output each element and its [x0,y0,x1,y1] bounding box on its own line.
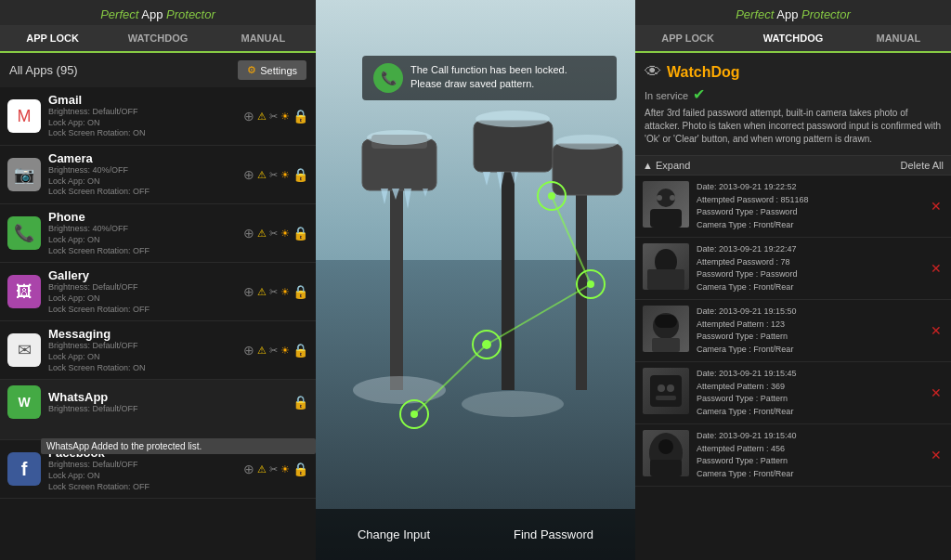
svg-rect-29 [647,269,684,290]
list-item: M Gmail Brightness: Default/OFFLock App:… [0,87,316,146]
tab-watchdog[interactable]: WATCHDOG [105,25,210,51]
tab-manual[interactable]: MANUAL [211,25,316,51]
svg-point-26 [657,195,662,201]
fingerprint-icon: ⊕ [243,109,254,124]
gmail-icon: M [7,99,41,133]
entry-attempted: Attempted Password : 851168 [697,194,921,207]
delete-all-button[interactable]: Delete All [901,160,944,171]
app-info: Camera Brightness: 40%/OFFLock App: ONLo… [48,151,243,198]
tab-manual-p3[interactable]: MANUAL [846,25,951,51]
app-title: Perfect App Protector [9,7,306,21]
tools-icon: ✂ [269,345,278,357]
app-controls: ⊕ ⚠ ✂ ☀ 🔒 [243,226,308,241]
notification-text: The Call function has been locked. Pleas… [410,63,567,92]
tabs-panel1: APP LOCK WATCHDOG MANUAL [0,25,316,53]
panel-watchdog: Perfect App Protector APP LOCK WATCHDOG … [635,0,951,560]
lock-icon: 🔒 [293,284,308,299]
change-input-button[interactable]: Change Input [358,527,430,541]
settings-label: Settings [260,65,297,76]
watchdog-title-row: 👁 WatchDog [645,62,942,82]
call-icon: 📞 [373,63,403,93]
list-item: W WhatsApp Brightness: Default/OFF 🔒 Wha… [0,380,316,440]
watchdog-entry: Date: 2013-09-21 19:22:52 Attempted Pass… [635,176,951,238]
entry-attempted: Attempted Pattern : 369 [697,381,921,394]
svg-rect-32 [655,315,677,328]
delete-entry-button[interactable]: ✕ [929,448,944,462]
lock-bottom-bar: Change Input Find Password [316,509,635,560]
svg-line-22 [487,284,591,345]
list-item: 🖼 Gallery Brightness: Default/OFFLock Ap… [0,263,316,321]
app-detail: Brightness: 40%/OFFLock App: ONLock Scre… [48,165,243,198]
phone-icon: 📞 [7,216,41,250]
delete-entry-button[interactable]: ✕ [929,261,944,276]
notif-line1: The Call function has been locked. [410,64,567,75]
title-protector: Protector [166,7,215,21]
find-password-button[interactable]: Find Password [514,527,593,541]
app-name: Phone [48,210,243,224]
sun-icon: ☀ [280,345,290,357]
watchdog-description: After 3rd failed password attempt, built… [645,103,942,150]
app-detail: Brightness: Default/OFFLock App: ONLock … [48,341,243,373]
entry-details: Date: 2013-09-21 19:22:52 Attempted Pass… [697,181,921,231]
entry-type: Password Type : Pattern [697,455,921,468]
sun-icon: ☀ [280,286,290,298]
app-name: Gallery [48,268,243,282]
svg-point-35 [667,384,674,392]
app-controls: ⊕ ⚠ ✂ ☀ 🔒 [243,462,308,476]
lock-notification: 📞 The Call function has been locked. Ple… [362,56,617,100]
notif-line2: Please draw saved pattern. [410,78,534,89]
check-icon: ✔ [693,86,705,102]
watchdog-entry: Date: 2013-09-21 19:15:45 Attempted Patt… [635,362,951,424]
entry-camera: Camera Type : Front/Rear [697,406,921,419]
app-header: Perfect App Protector [0,0,316,25]
lock-icon: 🔒 [293,109,308,124]
entry-type: Password Type : Pattern [697,393,921,406]
watchdog-list: Date: 2013-09-21 19:22:52 Attempted Pass… [635,176,951,560]
gallery-icon: 🖼 [7,275,41,308]
warning-icon: ⚠ [257,345,267,357]
entry-details: Date: 2013-09-21 19:15:40 Attempted Patt… [697,430,921,480]
watchdog-entry: Date: 2013-09-21 19:22:47 Attempted Pass… [635,238,951,300]
app-controls: ⊕ ⚠ ✂ ☀ 🔒 [243,109,308,124]
intruder-photo [643,243,689,290]
warning-icon: ⚠ [257,111,267,123]
tab-applock[interactable]: APP LOCK [0,25,105,53]
app-header-watchdog: Perfect App Protector [635,0,951,25]
app-info: Gmail Brightness: Default/OFFLock App: O… [48,93,243,139]
app-name: Camera [48,151,243,165]
app-list: M Gmail Brightness: Default/OFFLock App:… [0,87,316,560]
entry-date: Date: 2013-09-21 19:15:45 [697,368,921,381]
fingerprint-icon: ⊕ [243,167,254,182]
expand-button[interactable]: ▲ Expand [643,160,690,171]
fingerprint-icon: ⊕ [243,462,254,476]
warning-icon: ⚠ [257,286,267,298]
entry-camera: Camera Type : Front/Rear [697,344,921,357]
entry-type: Password Type : Password [697,268,921,281]
svg-rect-36 [656,396,676,400]
delete-entry-button[interactable]: ✕ [929,385,944,400]
fingerprint-icon: ⊕ [243,226,254,241]
svg-line-21 [552,196,591,284]
tab-watchdog-p3[interactable]: WATCHDOG [740,25,845,53]
app-controls: ⊕ ⚠ ✂ ☀ 🔒 [243,167,308,182]
warning-icon: ⚠ [257,228,267,240]
messaging-icon: ✉ [7,333,41,367]
svg-rect-25 [650,209,682,228]
app-name: Messaging [48,327,243,341]
watchdog-status: In service ✔ [645,85,942,103]
tools-icon: ✂ [269,111,278,123]
tools-icon: ✂ [269,228,278,240]
app-info: WhatsApp Brightness: Default/OFF [48,390,293,415]
title-app: App [141,7,166,21]
settings-button[interactable]: ⚙ Settings [238,60,306,80]
title-app: App [776,7,801,21]
facebook-icon: f [7,452,41,486]
delete-entry-button[interactable]: ✕ [929,199,944,214]
delete-entry-button[interactable]: ✕ [929,323,944,338]
watchdog-controls: ▲ Expand Delete All [635,156,951,176]
warning-icon: ⚠ [257,463,267,475]
tab-applock-p3[interactable]: APP LOCK [635,25,740,51]
svg-point-27 [670,195,675,201]
app-detail: Brightness: Default/OFF [48,404,293,415]
entry-type: Password Type : Pattern [697,331,921,344]
